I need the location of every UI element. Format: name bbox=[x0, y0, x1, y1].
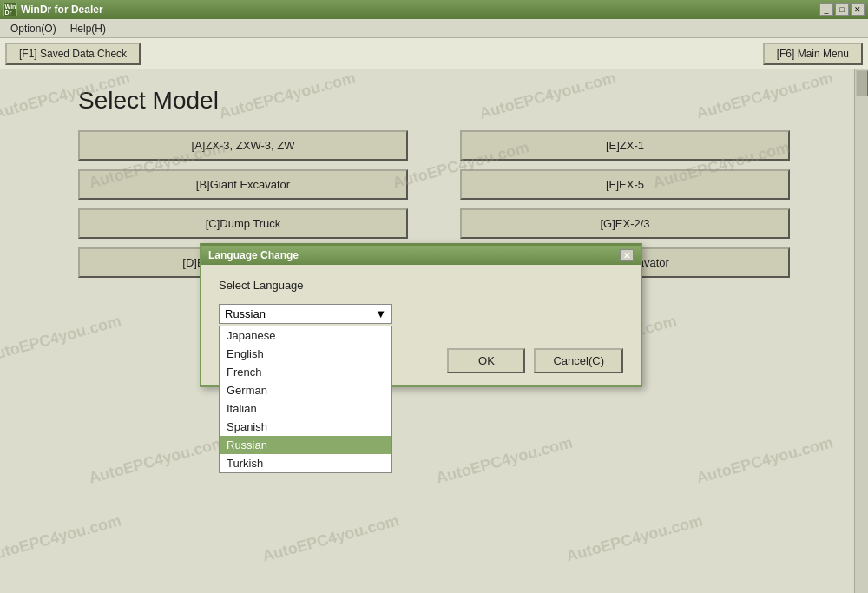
dialog-titlebar: Language Change ✕ bbox=[201, 246, 641, 265]
lang-option-turkish[interactable]: Turkish bbox=[220, 454, 391, 472]
ok-button[interactable]: OK bbox=[447, 348, 525, 373]
dialog-body: Select Language Russian ▼ Japanese Engli… bbox=[201, 265, 641, 339]
menu-option[interactable]: Option(O) bbox=[3, 21, 63, 36]
lang-option-english[interactable]: English bbox=[220, 345, 391, 363]
lang-option-russian[interactable]: Russian bbox=[220, 436, 391, 454]
titlebar-controls[interactable]: _ □ ✕ bbox=[819, 3, 865, 16]
dialog-close-btn[interactable]: ✕ bbox=[620, 249, 634, 261]
lang-option-spanish[interactable]: Spanish bbox=[220, 418, 391, 436]
selected-language-text: Russian bbox=[225, 307, 266, 320]
saved-data-check-button[interactable]: [F1] Saved Data Check bbox=[5, 43, 141, 65]
lang-option-german[interactable]: German bbox=[220, 381, 391, 399]
window-icon: WinDr bbox=[3, 3, 17, 16]
cancel-button[interactable]: Cancel(C) bbox=[534, 348, 623, 373]
dropdown-arrow-icon: ▼ bbox=[375, 307, 386, 320]
lang-option-japanese[interactable]: Japanese bbox=[220, 326, 391, 345]
menu-help[interactable]: Help(H) bbox=[63, 21, 113, 36]
menubar: Option(O) Help(H) bbox=[0, 19, 868, 38]
lang-option-italian[interactable]: Italian bbox=[220, 399, 391, 418]
main-menu-button[interactable]: [F6] Main Menu bbox=[763, 43, 863, 65]
modal-overlay: Language Change ✕ Select Language Russia… bbox=[0, 69, 868, 593]
language-dropdown: Japanese English French German Italian S… bbox=[219, 326, 392, 473]
select-wrapper: Russian ▼ Japanese English French German… bbox=[219, 304, 623, 324]
titlebar-left: WinDr WinDr for Dealer bbox=[3, 3, 103, 16]
language-select-box[interactable]: Russian ▼ bbox=[219, 304, 392, 324]
dialog-label: Select Language bbox=[219, 279, 623, 292]
window-titlebar: WinDr WinDr for Dealer _ □ ✕ bbox=[0, 0, 868, 19]
maximize-btn[interactable]: □ bbox=[835, 3, 849, 16]
toolbar: [F1] Saved Data Check [F6] Main Menu bbox=[0, 38, 868, 69]
main-content: AutoEPC4you.com AutoEPC4you.com AutoEPC4… bbox=[0, 69, 868, 593]
window-title: WinDr for Dealer bbox=[21, 3, 103, 16]
minimize-btn[interactable]: _ bbox=[819, 3, 833, 16]
language-dialog: Language Change ✕ Select Language Russia… bbox=[200, 243, 642, 387]
close-btn[interactable]: ✕ bbox=[851, 3, 865, 16]
dialog-title: Language Change bbox=[208, 249, 299, 261]
lang-option-french[interactable]: French bbox=[220, 363, 391, 381]
